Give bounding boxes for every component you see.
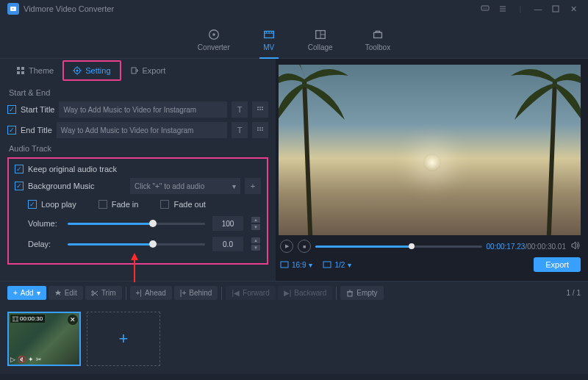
start-title-grid-icon[interactable] [252, 101, 268, 118]
nav-converter[interactable]: Converter [195, 18, 233, 59]
add-label: Add [21, 289, 34, 297]
volume-label: Volume: [28, 219, 60, 228]
forward-label: Forward [243, 289, 270, 297]
svg-rect-21 [17, 67, 20, 70]
loop-checkbox[interactable] [28, 200, 37, 209]
total-time: /00:00:30.01 [525, 243, 566, 251]
feedback-icon[interactable] [478, 1, 492, 16]
preview-decoration [503, 65, 581, 235]
play-button[interactable]: ▶ [280, 240, 293, 253]
end-title-label: End Title [21, 126, 52, 135]
end-title-checkbox[interactable] [7, 126, 16, 135]
tab-theme[interactable]: Theme [7, 60, 62, 81]
tab-setting-label: Setting [85, 66, 110, 75]
export-button-label: Export [545, 260, 569, 269]
zoom-value: 1/2 [334, 261, 345, 269]
backward-label: Backward [294, 289, 326, 297]
svg-point-34 [262, 107, 263, 108]
clip-edit-icon[interactable]: ✦ [28, 356, 34, 363]
add-button[interactable]: + Add ▾ [7, 286, 46, 300]
bgm-checkbox[interactable] [15, 182, 24, 190]
svg-point-4 [484, 7, 485, 8]
export-button[interactable]: Export [534, 257, 581, 272]
skip-back-icon: |◀ [232, 289, 240, 297]
tab-export[interactable]: Export [121, 60, 175, 81]
svg-rect-23 [17, 71, 20, 74]
svg-point-3 [483, 7, 484, 8]
time-display: 00:00:17.23/00:00:30.01 [487, 243, 566, 251]
volume-spinner[interactable]: ▲▼ [251, 216, 261, 231]
nav-mv-label: MV [263, 43, 274, 51]
forward-button[interactable]: |◀ Forward [226, 286, 275, 300]
maximize-icon[interactable] [548, 1, 563, 16]
start-title-checkbox[interactable] [7, 105, 16, 114]
subtabs: Theme Setting Export [7, 59, 268, 82]
svg-rect-50 [348, 292, 352, 296]
svg-point-38 [257, 127, 259, 129]
keep-audio-label: Keep original audio track [28, 165, 117, 173]
delay-slider[interactable] [68, 243, 205, 245]
divider-icon: | [513, 1, 528, 16]
clip-trim-icon[interactable]: ✂ [36, 356, 42, 363]
ahead-button[interactable]: +| Ahead [130, 286, 172, 300]
nav-mv[interactable]: MV [259, 18, 279, 59]
titlebar: Vidmore Video Converter | — ✕ [0, 0, 588, 18]
empty-button[interactable]: Empty [340, 286, 383, 300]
nav-toolbox[interactable]: Toolbox [362, 18, 393, 59]
zoom-selector[interactable]: 1/2 ▾ [323, 261, 351, 269]
tab-theme-label: Theme [29, 66, 54, 75]
bgm-dropdown[interactable]: Click "+" to add audio ▾ [130, 178, 240, 194]
trim-button[interactable]: Trim [85, 286, 122, 300]
preview-decoration [279, 65, 356, 235]
add-clip-button[interactable]: + [87, 312, 160, 366]
edit-label: Edit [65, 289, 77, 297]
preview-timeline[interactable] [315, 245, 482, 248]
svg-point-37 [262, 109, 263, 110]
delay-label: Delay: [28, 240, 60, 248]
end-title-text-icon[interactable]: T [232, 122, 248, 138]
keep-audio-checkbox[interactable] [15, 165, 24, 173]
film-icon [12, 316, 18, 322]
svg-point-43 [262, 129, 263, 131]
clip-remove-button[interactable]: ✕ [68, 315, 78, 325]
menu-icon[interactable] [495, 1, 510, 16]
clips-tray: 00:00:30 ✕ ▷ 🔇 ✦ ✂ + [0, 304, 588, 374]
video-preview[interactable] [279, 65, 581, 235]
stop-button[interactable]: ■ [298, 240, 311, 253]
clip-duration: 00:00:30 [10, 315, 45, 323]
start-title-text-icon[interactable]: T [232, 101, 248, 118]
volume-slider[interactable] [68, 223, 205, 225]
star-icon [54, 290, 62, 297]
end-title-input[interactable] [57, 122, 227, 138]
bgm-dropdown-text: Click "+" to add audio [135, 182, 204, 190]
tab-setting[interactable]: Setting [62, 60, 121, 81]
end-title-grid-icon[interactable] [252, 122, 268, 138]
clip-play-icon[interactable]: ▷ [10, 356, 15, 363]
aspect-ratio-selector[interactable]: 16:9 ▾ [280, 261, 312, 269]
volume-value: 100 [212, 216, 243, 231]
svg-point-42 [259, 129, 261, 131]
add-audio-button[interactable]: + [245, 178, 261, 194]
minimize-icon[interactable]: — [531, 1, 545, 16]
svg-point-35 [257, 109, 259, 110]
volume-icon[interactable] [570, 240, 581, 252]
svg-rect-45 [323, 262, 331, 268]
nav-collage[interactable]: Collage [305, 18, 336, 59]
backward-button[interactable]: ▶| Backward [278, 286, 333, 300]
start-title-input[interactable] [59, 101, 227, 118]
close-icon[interactable]: ✕ [566, 1, 581, 16]
plus-icon: + [119, 329, 129, 348]
clip-item[interactable]: 00:00:30 ✕ ▷ 🔇 ✦ ✂ [7, 312, 81, 366]
audio-track-section: Audio Track [9, 144, 268, 153]
preview-panel: ▶ ■ 00:00:17.23/00:00:30.01 16:9 ▾ [276, 59, 588, 281]
tab-export-label: Export [143, 66, 166, 75]
fadeout-checkbox[interactable] [160, 200, 169, 209]
delay-spinner[interactable]: ▲▼ [251, 237, 261, 251]
fadein-checkbox[interactable] [98, 200, 107, 209]
start-title-label: Start Title [21, 105, 54, 114]
start-end-section: Start & End [9, 88, 268, 97]
app-logo [7, 3, 19, 15]
clip-mute-icon[interactable]: 🔇 [18, 356, 26, 363]
behind-button[interactable]: |+ Behind [174, 286, 218, 300]
edit-button[interactable]: Edit [49, 286, 83, 300]
